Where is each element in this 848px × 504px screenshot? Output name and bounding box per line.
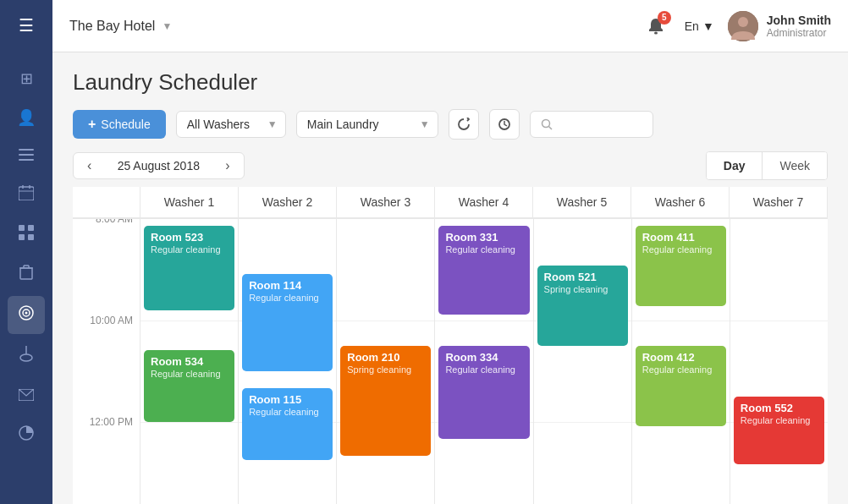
user-area[interactable]: John Smith Administrator xyxy=(728,11,831,41)
history-icon[interactable] xyxy=(489,109,520,140)
hotel-name: The Bay Hotel xyxy=(69,19,155,34)
event-type-label: Regular cleaning xyxy=(151,244,228,255)
event-room334[interactable]: Room 334 Regular cleaning xyxy=(438,346,529,439)
user-info: John Smith Administrator xyxy=(767,14,831,39)
washer-filter-select[interactable]: All WashersWasher 1Washer 2 xyxy=(176,111,286,138)
user-role: Administrator xyxy=(767,27,831,39)
time-slot-12pm: 12:00 PM xyxy=(73,422,140,504)
event-type-label: Spring cleaning xyxy=(347,364,424,375)
svg-rect-10 xyxy=(28,234,34,240)
search-box[interactable] xyxy=(530,111,653,138)
event-room331[interactable]: Room 331 Regular cleaning xyxy=(438,226,529,315)
search-input[interactable] xyxy=(558,118,642,131)
prev-date-button[interactable]: ‹ xyxy=(84,158,95,173)
sidebar-item-list[interactable] xyxy=(8,139,45,173)
hotel-selector[interactable]: The Bay Hotel ▼ xyxy=(69,19,641,34)
event-room411[interactable]: Room 411 Regular cleaning xyxy=(636,226,726,306)
event-room-label: Room 552 xyxy=(741,402,818,414)
sidebar-item-calendar[interactable] xyxy=(8,177,45,213)
next-date-button[interactable]: › xyxy=(222,158,233,173)
washer-2-header: Washer 2 xyxy=(239,187,337,217)
washer-3-header: Washer 3 xyxy=(337,187,435,217)
svg-rect-1 xyxy=(19,154,34,156)
svg-rect-11 xyxy=(20,268,32,279)
time-slot-8am: 8:00 AM xyxy=(73,219,140,320)
laundry-filter-select[interactable]: Main LaundrySecondary Laundry xyxy=(296,111,438,138)
sidebar-item-chart[interactable] xyxy=(8,417,45,453)
washer-col-2: Room 114 Regular cleaning Room 115 Regul… xyxy=(239,219,337,504)
sidebar-item-trash[interactable] xyxy=(8,256,45,293)
event-type-label: Spring cleaning xyxy=(544,284,621,294)
week-view-button[interactable]: Week xyxy=(762,152,827,179)
sidebar-item-widget[interactable] xyxy=(8,216,45,253)
event-room-label: Room 523 xyxy=(151,231,228,244)
event-room-label: Room 210 xyxy=(347,351,424,364)
event-room412[interactable]: Room 412 Regular cleaning xyxy=(636,346,726,426)
svg-point-19 xyxy=(20,354,32,361)
washer-columns: Room 523 Regular cleaning Room 534 Regul… xyxy=(140,219,828,504)
washer-filter-wrapper: All WashersWasher 1Washer 2 ▼ xyxy=(176,111,286,138)
hour-line xyxy=(730,320,828,321)
user-avatar xyxy=(728,11,758,41)
time-col-header xyxy=(73,187,140,217)
sidebar: ☰ ⊞ 👤 xyxy=(0,0,52,504)
event-room-label: Room 412 xyxy=(642,351,719,364)
time-label-8am: 8:00 AM xyxy=(96,219,133,225)
washer-col-5: Room 521 Spring cleaning xyxy=(534,219,632,504)
event-room534[interactable]: Room 534 Regular cleaning xyxy=(144,350,234,422)
language-selector[interactable]: En ▼ xyxy=(685,19,714,33)
washer-col-7: Room 552 Regular cleaning xyxy=(730,219,828,504)
scheduler-header: Washer 1 Washer 2 Washer 3 Washer 4 Wash… xyxy=(73,187,828,219)
current-date-display: 25 August 2018 xyxy=(103,159,213,173)
event-room210[interactable]: Room 210 Spring cleaning xyxy=(340,346,431,456)
washer-6-header: Washer 6 xyxy=(631,187,730,217)
schedule-button-label: Schedule xyxy=(101,118,150,131)
hotel-dropdown-icon: ▼ xyxy=(162,20,172,32)
event-room523[interactable]: Room 523 Regular cleaning xyxy=(144,226,234,310)
hour-line xyxy=(435,320,532,321)
hour-line xyxy=(337,320,434,321)
view-toggle: Day Week xyxy=(706,151,828,180)
washer-col-1: Room 523 Regular cleaning Room 534 Regul… xyxy=(140,219,239,504)
date-nav-row: ‹ 25 August 2018 › Day Week xyxy=(73,151,828,180)
event-room-label: Room 521 xyxy=(544,271,621,283)
time-label-12pm: 12:00 PM xyxy=(90,416,133,428)
event-room-label: Room 534 xyxy=(151,355,228,368)
time-label-10am: 10:00 AM xyxy=(90,315,133,326)
event-room-label: Room 334 xyxy=(445,351,522,364)
event-room-label: Room 411 xyxy=(642,231,719,244)
svg-point-23 xyxy=(654,31,658,34)
svg-line-28 xyxy=(548,127,552,130)
event-room521[interactable]: Room 521 Spring cleaning xyxy=(537,266,628,346)
sidebar-item-laundry[interactable] xyxy=(8,296,45,334)
svg-point-25 xyxy=(738,17,748,27)
svg-rect-9 xyxy=(19,234,25,240)
toolbar: + Schedule All WashersWasher 1Washer 2 ▼… xyxy=(73,109,828,140)
sidebar-item-food[interactable] xyxy=(8,337,45,375)
topbar-right: 5 En ▼ John Smith Administrator xyxy=(641,11,831,41)
washer-col-3: Room 210 Spring cleaning xyxy=(337,219,435,504)
sidebar-item-person[interactable]: 👤 xyxy=(8,100,45,135)
sidebar-item-mail[interactable] xyxy=(8,379,45,414)
svg-rect-3 xyxy=(19,187,34,200)
svg-rect-0 xyxy=(19,149,34,151)
event-room552[interactable]: Room 552 Regular cleaning xyxy=(734,397,824,464)
washer-1-header: Washer 1 xyxy=(140,187,239,217)
sidebar-item-grid[interactable]: ⊞ xyxy=(8,61,45,96)
hour-line xyxy=(140,320,238,321)
schedule-button[interactable]: + Schedule xyxy=(73,110,166,139)
event-type-label: Regular cleaning xyxy=(445,364,522,375)
washer-col-6: Room 411 Regular cleaning Room 412 Regul… xyxy=(632,219,730,504)
refresh-icon[interactable] xyxy=(449,109,479,140)
event-room115[interactable]: Room 115 Regular cleaning xyxy=(242,388,333,460)
notification-button[interactable]: 5 xyxy=(641,11,671,41)
hamburger-menu-icon[interactable]: ☰ xyxy=(12,8,41,42)
washer-4-header: Washer 4 xyxy=(435,187,533,217)
topbar: The Bay Hotel ▼ 5 En ▼ John Smith Admini… xyxy=(52,0,848,52)
event-room114[interactable]: Room 114 Regular cleaning xyxy=(242,274,333,371)
main-content: The Bay Hotel ▼ 5 En ▼ John Smith Admini… xyxy=(52,0,848,504)
time-slot-10am: 10:00 AM xyxy=(73,320,140,422)
scheduler-body: 8:00 AM 10:00 AM 12:00 PM xyxy=(73,219,828,504)
day-view-button[interactable]: Day xyxy=(707,152,763,179)
date-navigator: ‹ 25 August 2018 › xyxy=(73,152,245,179)
